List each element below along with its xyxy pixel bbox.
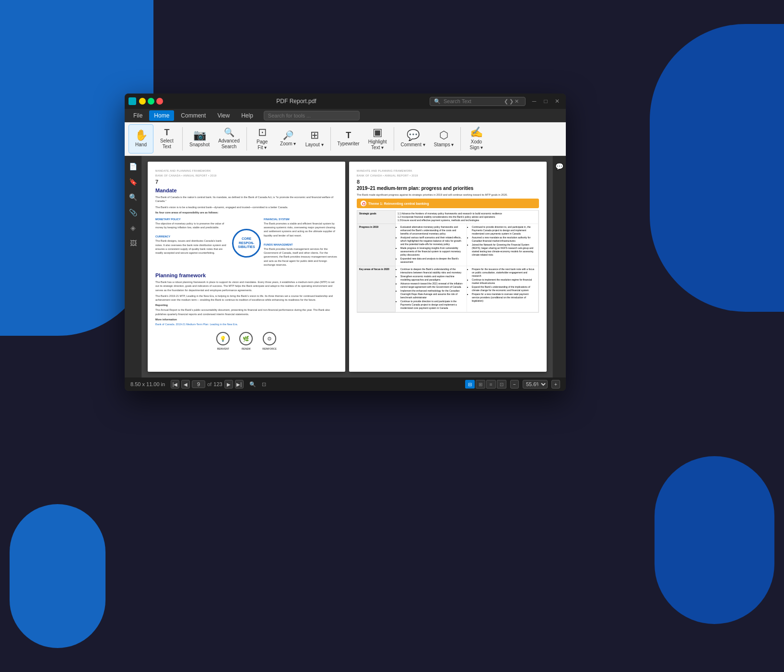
theme-label: Theme 1: Reinventing central banking [368, 202, 429, 205]
maximize-button[interactable] [148, 98, 154, 105]
menu-file[interactable]: File [129, 110, 147, 121]
xodo-sign-label: XodoSign ▾ [470, 139, 483, 151]
pdf-viewer[interactable]: MANDATE AND PLANNING FRAMEWORK BANK OF C… [142, 156, 552, 377]
bg-decoration-bottom-right [655, 456, 774, 624]
search-text-input[interactable] [444, 98, 501, 104]
renew-icon-item: 🌿 RENEW [239, 332, 253, 350]
renew-label: RENEW [242, 347, 251, 350]
menu-bar: File Home Comment View Help [125, 109, 566, 122]
zoom-out-button[interactable]: − [510, 380, 519, 389]
snapshot-label: Snapshot [189, 142, 210, 148]
content-area: 📄 🔖 🔍 📎 ◈ 🖼 MANDATE AND PLANNING FRAMEWO… [125, 156, 566, 377]
tools-search[interactable] [264, 111, 360, 120]
select-text-icon: T [164, 128, 170, 137]
zoom-select[interactable]: 55.6% 50% 75% 100% 125% 150% [523, 380, 548, 389]
status-left: 8.50 x 11.00 in [130, 381, 165, 387]
sidebar-page-icon[interactable]: 📄 [127, 160, 140, 173]
zoom-in-button[interactable]: + [551, 380, 560, 389]
search-close-button[interactable]: ✕ [515, 98, 519, 105]
advanced-search-label: AdvancedSearch [218, 138, 239, 150]
zoom-icon: 🔎 [283, 131, 293, 140]
monetary-policy-section: MONETARY POLICY The objective of monetar… [155, 218, 229, 232]
tool-advanced-search[interactable]: 🔍 AdvancedSearch [214, 124, 243, 153]
minimize-button[interactable] [139, 98, 146, 105]
window-minimize-btn[interactable]: ─ [529, 96, 539, 106]
two-page-view-button[interactable]: ⊞ [476, 380, 485, 389]
separator-4 [394, 127, 394, 151]
tool-typewriter[interactable]: T Typewriter [334, 124, 363, 153]
mandate-text: The Bank of Canada is the nation's centr… [155, 195, 338, 203]
title-bar-left [129, 97, 163, 105]
chat-icon[interactable]: 💬 [553, 160, 566, 173]
hand-icon: ✋ [135, 130, 148, 141]
monetary-policy-title: MONETARY POLICY [155, 218, 229, 221]
fit-view-button[interactable]: ⊡ [497, 380, 506, 389]
search-bar[interactable]: 🔍 ❮ ❯ ✕ [430, 97, 526, 106]
mtp-text: The Bank's 2019-21 MTP, Leading in the N… [155, 294, 338, 302]
focus-col2: Prepare for the issuance of the next ban… [467, 266, 538, 312]
bg-decoration-bottom-left [10, 504, 105, 648]
current-page-input[interactable] [192, 380, 205, 388]
tool-layout[interactable]: ⊞ Layout ▾ [302, 124, 328, 153]
fit-width-icon[interactable]: ⊡ [262, 381, 266, 388]
tool-xodo-sign[interactable]: ✍ XodoSign ▾ [464, 124, 489, 153]
window-maximize-btn[interactable]: □ [541, 96, 550, 106]
page-right-number: 8 [357, 179, 539, 185]
menu-view[interactable]: View [212, 110, 234, 121]
search-status-icon[interactable]: 🔍 [249, 381, 256, 388]
pdf-page-right[interactable]: MANDATE AND PLANNING FRAMEWORK BANK OF C… [349, 162, 547, 372]
page-left-number: 7 [155, 179, 338, 185]
search-prev-button[interactable]: ❮ [504, 98, 508, 105]
separator-2 [246, 127, 247, 151]
tool-page-fit[interactable]: ⊡ PageFit ▾ [250, 124, 275, 153]
next-page-button[interactable]: ▶ [224, 380, 233, 389]
sidebar-layers-icon[interactable]: ◈ [127, 221, 140, 235]
funds-title: FUNDS MANAGEMENT [264, 243, 338, 246]
right-page-subtitle: The Bank made significant progress again… [357, 193, 539, 197]
planning-title: Planning framework [155, 272, 338, 278]
reinvent-label: REINVENT [217, 347, 229, 350]
renew-icon: 🌿 [239, 332, 253, 345]
tool-hand[interactable]: ✋ Hand [129, 124, 153, 153]
last-page-button[interactable]: ▶| [235, 380, 244, 389]
progress-table: Strategic goals 1.1 Advance the frontier… [357, 210, 539, 313]
single-page-view-button[interactable]: ⊟ [465, 380, 475, 389]
reporting-col: Reporting The Annual Report is the Bank'… [155, 304, 338, 328]
tool-zoom[interactable]: 🔎 Zoom ▾ [276, 124, 301, 153]
sidebar-bookmark-icon[interactable]: 🔖 [127, 175, 140, 189]
bg-decoration-right [650, 24, 784, 312]
more-info-title: More information [155, 318, 338, 321]
core-circle: CORERESPON-SIBILITIES [232, 229, 261, 258]
financial-system-section: FINANCIAL SYSTEM The Bank promotes a sta… [264, 218, 338, 239]
funds-text: The Bank provides funds management servi… [264, 247, 338, 267]
search-icon: 🔍 [434, 98, 441, 105]
sidebar-image-icon[interactable]: 🖼 [127, 236, 140, 250]
page-left-subheader: BANK OF CANADA • ANNUAL REPORT • 2019 [155, 174, 338, 177]
search-next-button[interactable]: ❯ [509, 98, 514, 105]
tool-highlight-text[interactable]: ▣ HighlightText ▾ [364, 124, 391, 153]
advanced-search-icon: 🔍 [224, 128, 234, 137]
close-button[interactable] [156, 98, 163, 105]
progress-col2: Continued to provide direction to, and p… [467, 224, 538, 266]
tool-snapshot[interactable]: 📷 Snapshot [186, 124, 213, 153]
window-close-btn[interactable]: ✕ [552, 96, 562, 106]
tool-stamps[interactable]: ⬡ Stamps ▾ [430, 124, 458, 153]
menu-home[interactable]: Home [149, 110, 174, 121]
layout-label: Layout ▾ [305, 142, 324, 148]
scroll-view-button[interactable]: ≡ [486, 380, 496, 389]
sidebar-search-icon[interactable]: 🔍 [127, 190, 140, 204]
tool-select-text[interactable]: T SelectText [154, 124, 179, 153]
first-page-button[interactable]: |◀ [171, 380, 179, 389]
prev-page-button[interactable]: ◀ [181, 380, 190, 389]
core-right-section: FINANCIAL SYSTEM The Bank promotes a sta… [264, 218, 338, 269]
menu-help[interactable]: Help [236, 110, 258, 121]
pdf-page-left[interactable]: MANDATE AND PLANNING FRAMEWORK BANK OF C… [148, 162, 345, 372]
menu-comment[interactable]: Comment [176, 110, 211, 121]
tools-search-input[interactable] [264, 111, 360, 120]
left-sidebar: 📄 🔖 🔍 📎 ◈ 🖼 [125, 156, 142, 377]
comment-label: Comment ▾ [401, 142, 425, 148]
sidebar-attachment-icon[interactable]: 📎 [127, 206, 140, 219]
highlight-label: HighlightText ▾ [368, 139, 387, 151]
tool-comment[interactable]: 💬 Comment ▾ [397, 124, 429, 153]
snapshot-icon: 📷 [193, 130, 206, 141]
